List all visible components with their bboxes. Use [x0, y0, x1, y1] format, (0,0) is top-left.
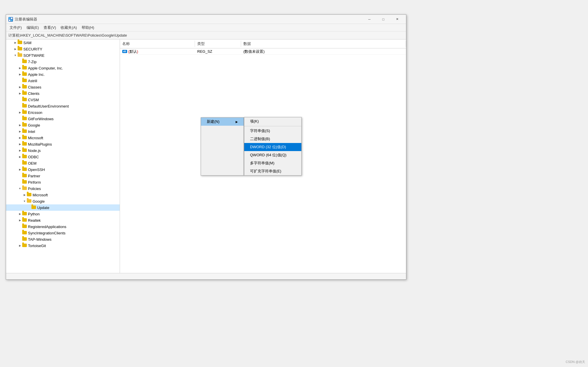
tree-item-update[interactable]: Update [6, 204, 120, 211]
expander-python[interactable]: ▶ [18, 212, 22, 216]
tree-pane[interactable]: ▶ SAM ▶ SECURITY ▼ SOFTWARE 7-Zip ▶ [6, 39, 120, 273]
main-content: ▶ SAM ▶ SECURITY ▼ SOFTWARE 7-Zip ▶ [6, 39, 406, 273]
submenu-multistring[interactable]: 多字符串值(M) [244, 159, 301, 167]
expander-nodejs[interactable]: ▶ [18, 148, 22, 153]
submenu-string[interactable]: 字符串值(S) [244, 127, 301, 135]
folder-icon-syncintegration [22, 231, 27, 235]
tree-label-openssh: OpenSSH [28, 167, 45, 172]
tree-item-apple-inc[interactable]: ▶ Apple Inc. [6, 71, 120, 78]
expander-apple-inc[interactable]: ▶ [18, 72, 22, 77]
folder-icon-openssh [22, 167, 27, 172]
folder-icon-7zip [22, 60, 27, 64]
tree-item-intel[interactable]: ▶ Intel [6, 128, 120, 135]
tree-item-partner[interactable]: Partner [6, 173, 120, 179]
menu-help[interactable]: 帮助(H) [79, 24, 97, 31]
tree-item-astrill[interactable]: Astrill [6, 78, 120, 84]
tree-item-python[interactable]: ▶ Python [6, 211, 120, 217]
reg-data-default: (数值未设置) [241, 49, 406, 54]
expander-security[interactable]: ▶ [13, 47, 18, 51]
menu-view[interactable]: 查看(V) [41, 24, 58, 31]
expander-policies[interactable]: ▼ [18, 186, 22, 191]
submenu-qword[interactable]: QWORD (64 位)值(Q) [244, 151, 301, 159]
minimize-button[interactable]: ─ [363, 15, 376, 24]
expander-oem [18, 161, 22, 165]
tree-item-sam[interactable]: ▶ SAM [6, 39, 120, 46]
tree-item-realtek[interactable]: ▶ Realtek [6, 217, 120, 223]
expander-tortoisegit[interactable]: ▶ [18, 243, 22, 248]
close-button[interactable]: ✕ [390, 15, 404, 24]
expander-apple-computer[interactable]: ▶ [18, 66, 22, 70]
expander-policies-google[interactable]: ▼ [22, 199, 27, 204]
expander-realtek[interactable]: ▶ [18, 218, 22, 223]
context-menu-new-label: 新建(N) [207, 119, 219, 124]
tree-item-openssh[interactable]: ▶ OpenSSH [6, 166, 120, 173]
context-menu-new[interactable]: 新建(N) ▶ [201, 118, 244, 126]
tree-item-gitforwindows[interactable]: GitForWindows [6, 116, 120, 122]
tree-item-microsoft[interactable]: ▶ Microsoft [6, 135, 120, 141]
expander-update [27, 205, 31, 210]
tree-item-nodejs[interactable]: ▶ Node.js [6, 147, 120, 154]
tree-label-policies-google: Google [33, 199, 45, 204]
expander-clients[interactable]: ▶ [18, 91, 22, 96]
tree-item-registeredapps[interactable]: RegisteredApplications [6, 223, 120, 230]
col-header-type: 类型 [195, 41, 241, 47]
folder-icon-registeredapps [22, 225, 27, 229]
tree-label-apple-inc: Apple Inc. [28, 72, 45, 77]
menu-file[interactable]: 文件(F) [7, 24, 24, 31]
tree-label-python: Python [28, 212, 40, 216]
tree-label-update: Update [37, 206, 49, 210]
expander-microsoft[interactable]: ▶ [18, 135, 22, 140]
tree-item-ericsson[interactable]: ▶ Ericsson [6, 109, 120, 116]
tree-item-classes[interactable]: ▶ Classes [6, 84, 120, 90]
tree-item-software[interactable]: ▼ SOFTWARE [6, 52, 120, 59]
expander-mozillaplugins[interactable]: ▶ [18, 142, 22, 146]
tree-label-google: Google [28, 123, 40, 127]
expander-software[interactable]: ▼ [13, 53, 18, 58]
tree-item-policies[interactable]: ▼ Policies [6, 185, 120, 192]
expander-odbc[interactable]: ▶ [18, 155, 22, 159]
tree-label-tap-windows: TAP-Windows [28, 237, 51, 242]
expander-google[interactable]: ▶ [18, 123, 22, 127]
tree-item-tap-windows[interactable]: TAP-Windows [6, 236, 120, 242]
tree-item-cvsm[interactable]: CVSM [6, 97, 120, 103]
tree-label-security: SECURITY [23, 47, 42, 51]
reg-name-default: ab (默认) [120, 49, 195, 54]
context-menu[interactable]: 新建(N) ▶ [201, 117, 244, 176]
tree-item-piriform[interactable]: Piriform [6, 179, 120, 185]
folder-icon-cvsm [22, 98, 27, 102]
tree-item-syncintegration[interactable]: SyncIntegrationClients [6, 230, 120, 236]
tree-item-oem[interactable]: OEM [6, 160, 120, 166]
expander-policies-microsoft[interactable]: ▶ [22, 193, 27, 197]
tree-item-odbc[interactable]: ▶ ODBC [6, 154, 120, 160]
tree-label-mozillaplugins: MozillaPlugins [28, 142, 52, 146]
submenu-binary[interactable]: 二进制值(B) [244, 135, 301, 143]
registry-row-default[interactable]: ab (默认) REG_SZ (数值未设置) [120, 48, 406, 55]
maximize-button[interactable]: □ [377, 15, 390, 24]
tree-item-google[interactable]: ▶ Google [6, 122, 120, 128]
tree-item-security[interactable]: ▶ SECURITY [6, 46, 120, 52]
expander-classes[interactable]: ▶ [18, 85, 22, 89]
expander-ericsson[interactable]: ▶ [18, 110, 22, 115]
submenu-key[interactable]: 项(K) [244, 117, 301, 125]
tree-item-mozillaplugins[interactable]: ▶ MozillaPlugins [6, 141, 120, 147]
tree-item-clients[interactable]: ▶ Clients [6, 90, 120, 97]
expander-sam[interactable]: ▶ [13, 40, 18, 45]
title-bar-buttons: ─ □ ✕ [363, 15, 404, 24]
tree-item-policies-google[interactable]: ▼ Google [6, 198, 120, 204]
tree-item-policies-microsoft[interactable]: ▶ Microsoft [6, 192, 120, 198]
tree-item-7zip[interactable]: 7-Zip [6, 59, 120, 65]
expander-openssh[interactable]: ▶ [18, 167, 22, 172]
expander-intel[interactable]: ▶ [18, 129, 22, 134]
folder-icon-tortoisegit [22, 244, 27, 248]
tree-item-apple-computer[interactable]: ▶ Apple Computer, Inc. [6, 65, 120, 71]
submenu-dword[interactable]: DWORD (32 位)值(D) [244, 143, 301, 151]
menu-favorites[interactable]: 收藏夹(A) [58, 24, 79, 31]
tree-item-defaultuserenvironment[interactable]: DefaultUserEnvironment [6, 103, 120, 109]
menu-edit[interactable]: 编辑(E) [24, 24, 41, 31]
svg-rect-2 [9, 20, 10, 21]
submenu-expandstring[interactable]: 可扩充字符串值(E) [244, 167, 301, 175]
tree-label-intel: Intel [28, 129, 35, 134]
tree-item-tortoisegit[interactable]: ▶ TortoiseGit [6, 242, 120, 249]
window-title: 注册表编辑器 [15, 17, 37, 22]
submenu[interactable]: 项(K) 字符串值(S) 二进制值(B) DWORD (32 位)值(D) QW… [244, 117, 302, 176]
